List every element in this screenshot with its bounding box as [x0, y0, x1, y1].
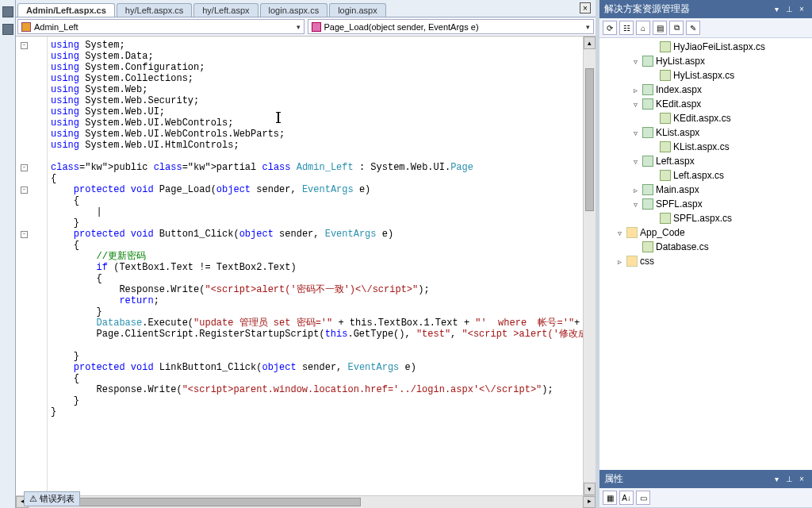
tree-item-label: Main.aspx — [656, 184, 699, 195]
tree-item-label: css — [640, 256, 654, 267]
toolbox-icon[interactable] — [2, 6, 13, 17]
solution-tree[interactable]: HyJiaoFeiList.aspx.cs▿HyList.aspxHyList.… — [599, 38, 812, 470]
tree-item[interactable]: ▿KList.aspx — [599, 125, 812, 140]
close-tab-button[interactable]: × — [580, 2, 591, 13]
tree-item[interactable]: SPFL.aspx.cs — [599, 211, 812, 225]
code-gutter: ---- — [16, 37, 48, 495]
toolbar-button[interactable]: ⌂ — [636, 21, 650, 35]
pin-button[interactable]: ⊥ — [783, 474, 795, 485]
tree-item-label: KEdit.aspx.cs — [673, 113, 731, 124]
horizontal-scrollbar[interactable]: ◂ ▸ — [16, 495, 596, 508]
code-editor[interactable]: ---- using System; using System.Data; us… — [16, 37, 596, 495]
aspx-file-icon — [642, 198, 653, 210]
toolbar-button[interactable]: ☷ — [619, 21, 634, 35]
expand-toggle[interactable]: ▿ — [631, 100, 640, 109]
error-icon: ⚠ — [29, 494, 37, 504]
text-cursor-icon — [278, 112, 279, 123]
code-text[interactable]: using System; using System.Data; using S… — [48, 37, 583, 495]
tree-item[interactable]: Database.cs — [599, 240, 812, 254]
solution-explorer-toolbar: ⟳ ☷ ⌂ ▤ ⧉ ✎ — [599, 18, 812, 38]
member-dropdown-label: Page_Load(object sender, EventArgs e) — [324, 22, 479, 32]
tree-item[interactable]: ▿SPFL.aspx — [599, 197, 812, 211]
tree-item[interactable]: HyList.aspx.cs — [599, 68, 812, 83]
expand-toggle[interactable]: ▹ — [615, 257, 624, 266]
expand-toggle[interactable]: ▿ — [615, 229, 624, 237]
tree-item[interactable]: ▿Left.aspx — [599, 154, 812, 168]
class-dropdown[interactable]: Admin_Left ▾ — [17, 19, 304, 34]
properties-toolbar: ▦ A↓ ▭ — [599, 488, 812, 508]
toolbar-button[interactable]: ▤ — [653, 21, 667, 35]
folder-file-icon — [626, 227, 638, 238]
tab-hy-left-aspx[interactable]: hy/Left.aspx — [193, 3, 258, 17]
tree-item[interactable]: ▹css — [599, 254, 812, 268]
tree-item-label: HyList.aspx.cs — [673, 70, 734, 81]
chevron-down-icon: ▾ — [297, 23, 301, 31]
cs-file-icon — [660, 41, 671, 52]
properties-title: 属性 ▾ ⊥ × — [599, 470, 812, 488]
tree-item[interactable]: ▹Index.aspx — [599, 83, 812, 97]
tree-item-label: Index.aspx — [656, 84, 702, 95]
dropdown-button[interactable]: ▾ — [771, 474, 782, 485]
expand-toggle[interactable]: ▿ — [631, 157, 640, 166]
tab-admin-left-cs[interactable]: Admin/Left.aspx.cs — [17, 3, 115, 17]
tab-hy-left-cs[interactable]: hy/Left.aspx.cs — [117, 3, 192, 17]
vertical-scrollbar[interactable]: ▴ ▾ — [583, 37, 596, 495]
chevron-down-icon: ▾ — [586, 23, 590, 31]
expand-toggle[interactable]: ▿ — [631, 200, 640, 209]
tree-item-label: Left.aspx.cs — [673, 170, 724, 181]
expand-toggle[interactable]: ▿ — [631, 57, 640, 66]
expand-toggle[interactable]: ▿ — [631, 129, 640, 137]
properties-label: 属性 — [604, 472, 623, 486]
cs-file-icon — [660, 141, 671, 152]
tree-item[interactable]: Left.aspx.cs — [599, 168, 812, 183]
class-icon — [21, 22, 31, 32]
tree-item[interactable]: KEdit.aspx.cs — [599, 111, 812, 125]
expand-toggle[interactable]: ▹ — [631, 86, 640, 94]
toolbar-button[interactable]: A↓ — [619, 491, 634, 505]
tree-item-label: App_Code — [640, 227, 685, 238]
method-icon — [312, 22, 321, 32]
tree-item-label: KList.aspx.cs — [673, 141, 730, 152]
toolbar-button[interactable]: ⧉ — [669, 21, 684, 35]
tree-item-label: KEdit.aspx — [656, 98, 701, 110]
aspx-file-icon — [642, 127, 653, 138]
tree-item-label: KList.aspx — [656, 127, 699, 138]
tree-item-label: SPFL.aspx.cs — [673, 213, 732, 224]
solution-explorer-title: 解决方案资源管理器 ▾ ⊥ × — [599, 0, 812, 18]
class-dropdown-label: Admin_Left — [34, 22, 79, 32]
cs-file-icon — [660, 113, 671, 124]
tree-item[interactable]: ▿HyList.aspx — [599, 54, 812, 68]
aspx-file-icon — [642, 156, 653, 167]
scroll-right-arrow[interactable]: ▸ — [583, 496, 596, 508]
toolbar-button[interactable]: ▭ — [636, 491, 650, 505]
tree-item[interactable]: KList.aspx.cs — [599, 140, 812, 154]
tab-login-cs[interactable]: login.aspx.cs — [260, 3, 328, 17]
cs-file-icon — [660, 213, 671, 224]
tree-item[interactable]: ▿App_Code — [599, 225, 812, 240]
toolbar-button[interactable]: ▦ — [603, 491, 617, 505]
tree-item-label: SPFL.aspx — [656, 198, 703, 210]
tree-item[interactable]: ▿KEdit.aspx — [599, 97, 812, 111]
scroll-down-arrow[interactable]: ▾ — [584, 483, 596, 495]
toolbar-button[interactable]: ✎ — [686, 21, 700, 35]
member-dropdown[interactable]: Page_Load(object sender, EventArgs e) ▾ — [308, 19, 595, 34]
pin-button[interactable]: ⊥ — [783, 4, 795, 15]
left-toolstrip — [0, 0, 16, 508]
scroll-track[interactable] — [29, 496, 583, 508]
close-panel-button[interactable]: × — [796, 4, 807, 15]
expand-toggle[interactable]: ▹ — [631, 186, 640, 194]
toolbar-button[interactable]: ⟳ — [603, 21, 617, 35]
tree-item[interactable]: ▹Main.aspx — [599, 183, 812, 197]
document-tabs: Admin/Left.aspx.cs hy/Left.aspx.cs hy/Le… — [16, 0, 596, 17]
dropdown-button[interactable]: ▾ — [771, 4, 782, 15]
error-list-tab[interactable]: ⚠ 错误列表 — [24, 491, 80, 506]
aspx-file-icon — [642, 84, 653, 95]
scroll-up-arrow[interactable]: ▴ — [584, 37, 596, 49]
toolbox-icon[interactable] — [2, 24, 13, 35]
tree-item-label: Left.aspx — [656, 156, 695, 167]
close-panel-button[interactable]: × — [796, 474, 807, 485]
scroll-thumb[interactable] — [585, 68, 594, 211]
tree-item[interactable]: HyJiaoFeiList.aspx.cs — [599, 40, 812, 54]
tree-item-label: Database.cs — [656, 241, 709, 252]
tab-login-aspx[interactable]: login.aspx — [329, 3, 386, 17]
